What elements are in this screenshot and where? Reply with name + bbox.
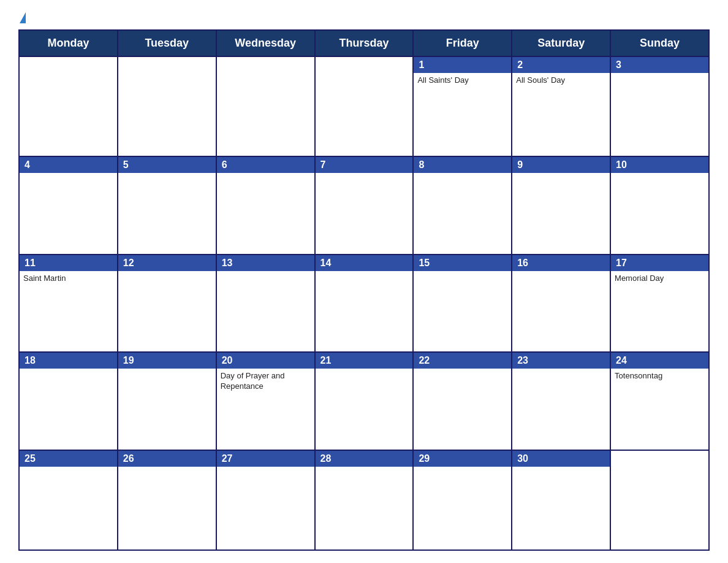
- calendar-cell: 4: [19, 156, 118, 255]
- day-number: 1: [414, 57, 511, 73]
- calendar-cell: 8: [413, 156, 512, 255]
- day-number: 2: [512, 57, 610, 73]
- calendar-cell: [19, 56, 118, 156]
- calendar-cell: 24Totensonntag: [610, 352, 709, 450]
- day-number: 18: [20, 353, 117, 369]
- calendar-cell: 28: [315, 450, 414, 550]
- calendar-cell: 23: [512, 352, 610, 450]
- day-number: 10: [611, 157, 708, 173]
- calendar-cell: [610, 450, 709, 550]
- weekday-header-monday: Monday: [19, 30, 118, 56]
- day-number: 3: [611, 57, 708, 73]
- logo: [18, 12, 26, 23]
- calendar-cell: 15: [413, 255, 512, 353]
- calendar-cell: 25: [19, 450, 118, 550]
- calendar-cell: 17Memorial Day: [610, 255, 709, 353]
- day-number: 6: [217, 157, 314, 173]
- calendar-cell: 11Saint Martin: [19, 255, 118, 353]
- calendar-week-2: 45678910: [19, 156, 709, 255]
- calendar-cell: 1All Saints' Day: [413, 56, 512, 156]
- calendar-cell: 6: [216, 156, 315, 255]
- day-number: 8: [414, 157, 511, 173]
- calendar-cell: 13: [216, 255, 315, 353]
- day-number: 22: [414, 353, 511, 369]
- day-number: 26: [118, 451, 216, 467]
- day-number: 25: [20, 451, 117, 467]
- calendar-cell: 22: [413, 352, 512, 450]
- weekday-header-wednesday: Wednesday: [216, 30, 315, 56]
- calendar-cell: [315, 56, 414, 156]
- calendar-cell: 21: [315, 352, 414, 450]
- event-label: Memorial Day: [611, 271, 708, 286]
- page-header: [18, 12, 710, 23]
- calendar-cell: 29: [413, 450, 512, 550]
- weekday-header-sunday: Sunday: [610, 30, 709, 56]
- day-number: 17: [611, 255, 708, 271]
- day-number: 16: [512, 255, 610, 271]
- weekday-header-thursday: Thursday: [315, 30, 414, 56]
- calendar-cell: 10: [610, 156, 709, 255]
- event-label: Totensonntag: [611, 369, 708, 384]
- day-number: 27: [217, 451, 314, 467]
- day-number: 19: [118, 353, 216, 369]
- calendar-cell: 2All Souls' Day: [512, 56, 610, 156]
- day-number: 14: [316, 255, 413, 271]
- calendar-cell: 19: [118, 352, 216, 450]
- day-number: 4: [20, 157, 117, 173]
- calendar-cell: 16: [512, 255, 610, 353]
- calendar-cell: 18: [19, 352, 118, 450]
- day-number: 7: [316, 157, 413, 173]
- calendar-week-5: 252627282930: [19, 450, 709, 550]
- day-number: 23: [512, 353, 610, 369]
- weekday-header-row: MondayTuesdayWednesdayThursdayFridaySatu…: [19, 30, 709, 56]
- calendar-cell: 27: [216, 450, 315, 550]
- calendar-cell: 12: [118, 255, 216, 353]
- event-label: Day of Prayer and Repentance: [217, 369, 314, 394]
- calendar-cell: [118, 56, 216, 156]
- weekday-header-tuesday: Tuesday: [118, 30, 216, 56]
- day-number: 24: [611, 353, 708, 369]
- calendar-cell: 5: [118, 156, 216, 255]
- calendar-cell: 9: [512, 156, 610, 255]
- day-number: 29: [414, 451, 511, 467]
- day-number: 9: [512, 157, 610, 173]
- day-number: 12: [118, 255, 216, 271]
- event-label: Saint Martin: [20, 271, 117, 286]
- calendar-cell: 3: [610, 56, 709, 156]
- day-number: 28: [316, 451, 413, 467]
- event-label: All Souls' Day: [512, 73, 610, 88]
- calendar-cell: 20Day of Prayer and Repentance: [216, 352, 315, 450]
- calendar-cell: [216, 56, 315, 156]
- logo-triangle-icon: [20, 12, 26, 23]
- day-number: 5: [118, 157, 216, 173]
- day-number: 13: [217, 255, 314, 271]
- weekday-header-friday: Friday: [413, 30, 512, 56]
- calendar-week-4: 181920Day of Prayer and Repentance212223…: [19, 352, 709, 450]
- calendar-table: MondayTuesdayWednesdayThursdayFridaySatu…: [18, 29, 710, 551]
- day-number: 15: [414, 255, 511, 271]
- calendar-cell: 7: [315, 156, 414, 255]
- calendar-week-1: 1All Saints' Day2All Souls' Day3: [19, 56, 709, 156]
- event-label: All Saints' Day: [414, 73, 511, 88]
- day-number: 11: [20, 255, 117, 271]
- calendar-cell: 30: [512, 450, 610, 550]
- calendar-cell: 26: [118, 450, 216, 550]
- day-number: 21: [316, 353, 413, 369]
- weekday-header-saturday: Saturday: [512, 30, 610, 56]
- day-number: 30: [512, 451, 610, 467]
- calendar-cell: 14: [315, 255, 414, 353]
- day-number: 20: [217, 353, 314, 369]
- calendar-week-3: 11Saint Martin121314151617Memorial Day: [19, 255, 709, 353]
